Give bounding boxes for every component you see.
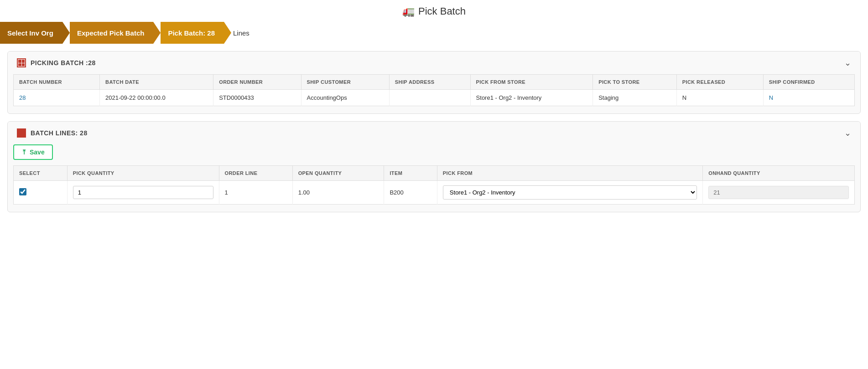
ship-confirmed-link[interactable]: N xyxy=(769,94,773,101)
breadcrumb-step1-label: Select Inv Org xyxy=(7,29,53,37)
breadcrumb-step2[interactable]: Expected Pick Batch xyxy=(70,22,154,44)
batch-lines-collapse-icon[interactable]: ⌄ xyxy=(844,128,851,138)
pick-quantity-input[interactable] xyxy=(73,186,213,199)
cell-pick-quantity[interactable] xyxy=(67,181,219,205)
page-header: 🚛 Pick Batch xyxy=(0,0,868,22)
save-icon: ⤒ xyxy=(21,149,27,156)
col-open-quantity: OPEN QUANTITY xyxy=(292,166,384,181)
cell-ship-confirmed: N xyxy=(763,90,854,106)
cell-pick-from[interactable]: Store1 - Org2 - Inventory xyxy=(437,181,702,205)
cell-order-number: STD0000433 xyxy=(213,90,301,106)
cell-select[interactable] xyxy=(14,181,68,205)
breadcrumb-step1[interactable]: Select Inv Org xyxy=(0,22,62,44)
page-title: Pick Batch xyxy=(418,5,466,17)
cell-batch-date: 2021-09-22 00:00:00.0 xyxy=(100,90,213,106)
truck-icon: 🚛 xyxy=(402,5,415,17)
grid-icon xyxy=(17,58,26,67)
col-batch-number: BATCH NUMBER xyxy=(14,75,100,90)
batch-lines-title-area: BATCH LINES: 28 xyxy=(17,128,88,138)
cell-order-line: 1 xyxy=(219,181,292,205)
batch-number-link[interactable]: 28 xyxy=(19,94,26,101)
col-pick-released: PICK RELEASED xyxy=(676,75,763,90)
cell-item: B200 xyxy=(384,181,437,205)
col-ship-address: SHIP ADDRESS xyxy=(389,75,470,90)
cell-open-quantity: 1.00 xyxy=(292,181,384,205)
picking-batch-row: 28 2021-09-22 00:00:00.0 STD0000433 Acco… xyxy=(14,90,855,106)
svg-marker-1 xyxy=(19,129,25,134)
pick-from-select[interactable]: Store1 - Org2 - Inventory xyxy=(443,185,697,200)
cell-ship-address xyxy=(389,90,470,106)
save-button[interactable]: ⤒ Save xyxy=(13,144,53,160)
picking-batch-card-header: PICKING BATCH :28 ⌄ xyxy=(8,51,860,74)
col-pick-from-store: PICK FROM STORE xyxy=(470,75,593,90)
picking-batch-table: BATCH NUMBER BATCH DATE ORDER NUMBER SHI… xyxy=(13,74,855,106)
flag-icon xyxy=(17,128,26,138)
cell-batch-number[interactable]: 28 xyxy=(14,90,100,106)
col-pick-to-store: PICK TO STORE xyxy=(593,75,677,90)
svg-rect-0 xyxy=(17,128,19,138)
col-pick-quantity: PICK QUANTITY xyxy=(67,166,219,181)
col-onhand-quantity: ONHAND QUANTITY xyxy=(703,166,855,181)
main-content: PICKING BATCH :28 ⌄ BATCH NUMBER BATCH D… xyxy=(0,44,868,227)
picking-batch-table-wrapper: BATCH NUMBER BATCH DATE ORDER NUMBER SHI… xyxy=(8,74,860,113)
col-ship-customer: SHIP CUSTOMER xyxy=(301,75,389,90)
batch-lines-card-header: BATCH LINES: 28 ⌄ xyxy=(8,122,860,144)
cell-pick-to-store: Staging xyxy=(593,90,677,106)
cell-onhand-quantity xyxy=(703,181,855,205)
col-ship-confirmed: SHIP CONFIRMED xyxy=(763,75,854,90)
batch-lines-row: 1 1.00 B200 Store1 - Org2 - Inventory xyxy=(14,181,855,205)
row-checkbox[interactable] xyxy=(19,188,26,195)
batch-lines-card: BATCH LINES: 28 ⌄ ⤒ Save SELECT PICK QUA… xyxy=(7,121,861,212)
batch-lines-title: BATCH LINES: 28 xyxy=(31,129,88,137)
col-batch-date: BATCH DATE xyxy=(100,75,213,90)
col-item: ITEM xyxy=(384,166,437,181)
picking-batch-title-area: PICKING BATCH :28 xyxy=(17,58,96,67)
col-order-number: ORDER NUMBER xyxy=(213,75,301,90)
save-label: Save xyxy=(30,149,45,156)
cell-pick-released: N xyxy=(676,90,763,106)
batch-lines-table-wrapper: ⤒ Save SELECT PICK QUANTITY ORDER LINE O… xyxy=(8,144,860,212)
breadcrumb-step3-label: Pick Batch: 28 xyxy=(168,29,215,37)
breadcrumb-step3[interactable]: Pick Batch: 28 xyxy=(161,22,224,44)
cell-pick-from-store: Store1 - Org2 - Inventory xyxy=(470,90,593,106)
batch-lines-table: SELECT PICK QUANTITY ORDER LINE OPEN QUA… xyxy=(13,165,855,205)
breadcrumb: Select Inv Org Expected Pick Batch Pick … xyxy=(0,22,868,44)
breadcrumb-step2-label: Expected Pick Batch xyxy=(77,29,145,37)
picking-batch-card: PICKING BATCH :28 ⌄ BATCH NUMBER BATCH D… xyxy=(7,51,861,114)
col-order-line: ORDER LINE xyxy=(219,166,292,181)
picking-batch-collapse-icon[interactable]: ⌄ xyxy=(844,58,851,68)
onhand-quantity-input xyxy=(708,186,849,199)
col-select: SELECT xyxy=(14,166,68,181)
cell-ship-customer: AccountingOps xyxy=(301,90,389,106)
picking-batch-title: PICKING BATCH :28 xyxy=(31,59,96,67)
col-pick-from: PICK FROM xyxy=(437,166,702,181)
